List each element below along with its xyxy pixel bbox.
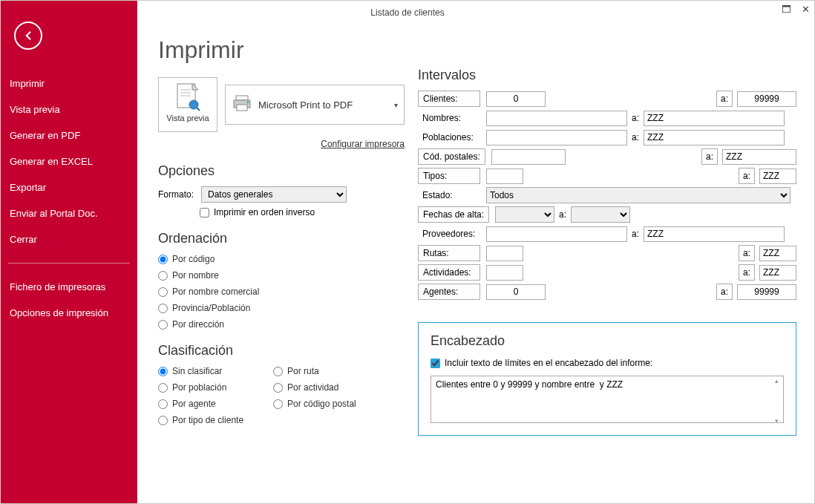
order-por-codigo[interactable]: Por código: [158, 254, 418, 264]
formato-label: Formato:: [158, 189, 194, 200]
nombres-a-label: a:: [632, 113, 639, 123]
printer-name: Microsoft Print to PDF: [258, 99, 353, 111]
codpostales-from-input[interactable]: [491, 149, 566, 165]
codpostales-to-input[interactable]: [722, 149, 796, 165]
proveedores-a-label: a:: [632, 229, 639, 239]
actividades-label-button[interactable]: Actividades:: [418, 264, 480, 281]
vista-previa-button[interactable]: Vista previa: [158, 77, 217, 132]
nombres-to-input[interactable]: [644, 111, 785, 126]
reverse-order-label: Imprimir en orden inverso: [214, 207, 315, 217]
svg-point-9: [247, 102, 249, 104]
agentes-to-input[interactable]: [737, 284, 796, 300]
clientes-a-button[interactable]: a:: [716, 91, 733, 107]
window-title: Listado de clientes: [370, 7, 444, 18]
fechas-label-button[interactable]: Fechas de alta:: [418, 206, 489, 223]
clasif-por-ruta[interactable]: Por ruta: [273, 366, 356, 376]
clientes-label-button[interactable]: Clientes:: [418, 91, 480, 107]
sidebar: Imprimir Vista previa Generar en PDF Gen…: [1, 1, 137, 503]
poblaciones-a-label: a:: [632, 132, 639, 143]
clasif-sin-clasificar[interactable]: Sin clasificar: [158, 366, 243, 376]
nav-enviar-portal[interactable]: Enviar al Portal Doc.: [1, 200, 137, 226]
ordenacion-heading: Ordenación: [158, 231, 418, 246]
intervalos-heading: Intervalos: [418, 68, 796, 83]
tipos-a-button[interactable]: a:: [739, 168, 755, 184]
proveedores-from-input[interactable]: [486, 226, 627, 242]
fechas-to-select[interactable]: [571, 206, 630, 223]
include-limits-checkbox[interactable]: [431, 359, 440, 368]
encabezado-panel: Encabezado Incluir texto de límites en e…: [418, 322, 796, 436]
printer-icon: [232, 93, 252, 117]
nombres-label: Nombres:: [418, 110, 480, 126]
poblaciones-label: Poblaciones:: [418, 129, 480, 145]
reverse-order-checkbox[interactable]: [200, 208, 209, 217]
svg-rect-6: [236, 96, 248, 100]
formato-select[interactable]: Datos generales: [201, 186, 347, 203]
order-por-nombre-comercial[interactable]: Por nombre comercial: [158, 287, 418, 297]
tipos-to-input[interactable]: [759, 168, 796, 184]
estado-label: Estado:: [418, 187, 480, 203]
back-button[interactable]: [14, 22, 42, 50]
actividades-from-input[interactable]: [486, 265, 523, 281]
clasificacion-heading: Clasificación: [158, 343, 418, 359]
encabezado-heading: Encabezado: [431, 333, 784, 349]
nav-vista-previa[interactable]: Vista previa: [1, 96, 137, 122]
fechas-from-select[interactable]: [495, 206, 554, 223]
maximize-icon[interactable]: 🗖: [782, 4, 791, 15]
close-icon[interactable]: ✕: [802, 4, 810, 15]
nav-exportar[interactable]: Exportar: [1, 174, 137, 200]
rutas-from-input[interactable]: [486, 246, 523, 261]
svg-rect-8: [237, 105, 247, 111]
actividades-to-input[interactable]: [759, 265, 796, 281]
rutas-to-input[interactable]: [759, 246, 796, 261]
configure-printer-link[interactable]: Configurar impresora: [321, 139, 405, 149]
clientes-from-input[interactable]: [486, 91, 546, 107]
nav-generar-pdf[interactable]: Generar en PDF: [1, 122, 137, 148]
rutas-a-button[interactable]: a:: [739, 245, 755, 261]
include-limits-label: Incluir texto de límites en el encabezad…: [445, 358, 652, 368]
nav-cerrar[interactable]: Cerrar: [1, 226, 137, 252]
tipos-label-button[interactable]: Tipos:: [418, 168, 480, 184]
proveedores-to-input[interactable]: [644, 226, 785, 242]
svg-line-5: [197, 108, 200, 111]
nav-generar-excel[interactable]: Generar en EXCEL: [1, 148, 137, 174]
fechas-a-label: a:: [559, 209, 566, 220]
opciones-heading: Opciones: [158, 163, 418, 179]
document-preview-icon: [159, 82, 217, 112]
clasif-por-tipo-cliente[interactable]: Por tipo de cliente: [158, 415, 243, 425]
printer-select[interactable]: Microsoft Print to PDF ▾: [225, 85, 405, 125]
proveedores-label: Proveedores:: [418, 226, 480, 242]
agentes-a-button[interactable]: a:: [716, 284, 733, 300]
codpostales-label-button[interactable]: Cód. postales:: [418, 148, 485, 165]
clasif-por-poblacion[interactable]: Por población: [158, 382, 243, 393]
nav-fichero-impresoras[interactable]: Fichero de impresoras: [1, 274, 137, 300]
poblaciones-to-input[interactable]: [644, 130, 785, 145]
vista-previa-label: Vista previa: [159, 114, 217, 122]
poblaciones-from-input[interactable]: [486, 130, 627, 145]
clientes-to-input[interactable]: [737, 91, 796, 107]
clasif-por-agente[interactable]: Por agente: [158, 399, 243, 409]
nav-opciones-impresion[interactable]: Opciones de impresión: [1, 300, 137, 326]
order-por-nombre[interactable]: Por nombre: [158, 270, 418, 281]
rutas-label-button[interactable]: Rutas:: [418, 245, 480, 261]
order-por-direccion[interactable]: Por dirección: [158, 319, 418, 330]
nav-imprimir[interactable]: Imprimir: [1, 71, 137, 96]
tipos-from-input[interactable]: [486, 168, 523, 184]
order-provincia-poblacion[interactable]: Provincia/Población: [158, 303, 418, 313]
main-content: Imprimir Vista previa: [137, 24, 814, 503]
page-title: Imprimir: [158, 36, 418, 64]
chevron-down-icon: ▾: [394, 101, 398, 109]
clasif-por-codigo-postal[interactable]: Por código postal: [273, 399, 356, 409]
clasif-por-actividad[interactable]: Por actividad: [273, 382, 356, 393]
nombres-from-input[interactable]: [486, 111, 627, 126]
estado-select[interactable]: Todos: [486, 187, 791, 203]
codpostales-a-button[interactable]: a:: [701, 148, 718, 165]
header-text-area[interactable]: Clientes entre 0 y 99999 y nombre entre …: [431, 376, 784, 423]
actividades-a-button[interactable]: a:: [739, 264, 755, 281]
nav-divider: [8, 263, 130, 264]
agentes-from-input[interactable]: [486, 284, 546, 300]
agentes-label-button[interactable]: Agentes:: [418, 284, 480, 300]
